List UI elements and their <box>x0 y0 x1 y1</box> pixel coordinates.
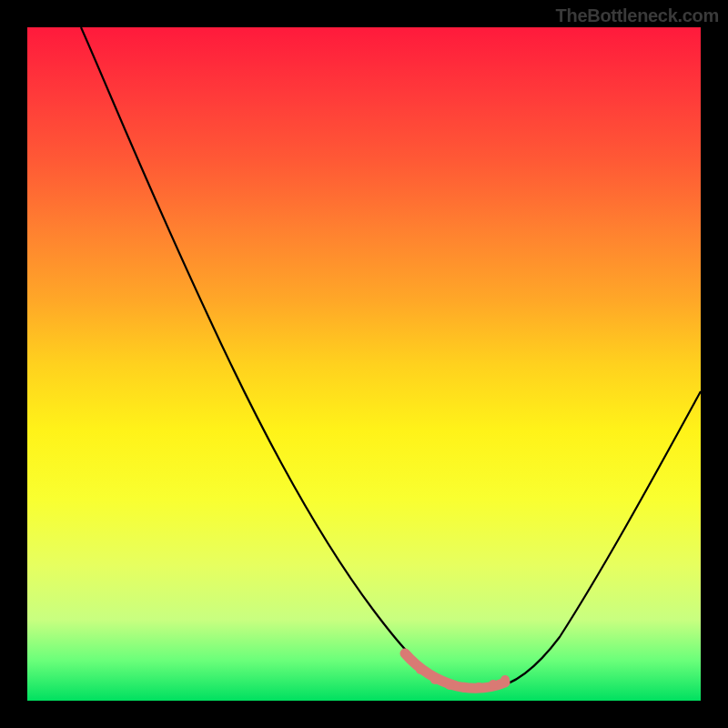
svg-point-6 <box>489 680 498 689</box>
chart-frame: TheBottleneck.com <box>0 0 728 728</box>
svg-point-1 <box>416 665 425 674</box>
watermark-text: TheBottleneck.com <box>556 5 719 26</box>
svg-point-3 <box>445 681 454 690</box>
svg-point-5 <box>474 682 483 692</box>
svg-point-2 <box>430 675 440 684</box>
bottleneck-curve-svg <box>27 27 701 701</box>
svg-point-7 <box>500 675 510 684</box>
svg-point-4 <box>460 683 469 693</box>
svg-point-0 <box>403 652 412 661</box>
bottleneck-curve-line <box>81 27 701 689</box>
